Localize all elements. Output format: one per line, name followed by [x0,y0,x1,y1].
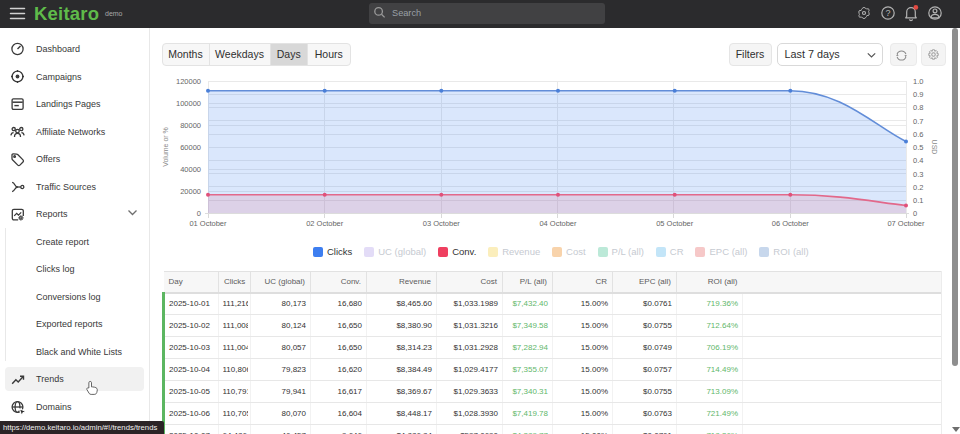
svg-text:01 October: 01 October [189,219,227,228]
svg-text:0.7: 0.7 [913,117,923,126]
svg-text:05 October: 05 October [656,219,694,228]
svg-text:0.8: 0.8 [913,103,923,112]
svg-text:04 October: 04 October [539,219,577,228]
svg-text:20000: 20000 [180,187,201,196]
svg-text:1.0: 1.0 [913,77,923,86]
svg-text:USD: USD [931,140,938,155]
svg-text:0: 0 [197,209,201,218]
svg-text:0.2: 0.2 [913,183,923,192]
svg-text:0.5: 0.5 [913,143,923,152]
svg-text:60000: 60000 [180,143,201,152]
svg-text:0.4: 0.4 [913,156,923,165]
svg-text:40000: 40000 [180,165,201,174]
svg-text:06 October: 06 October [772,219,810,228]
svg-text:07 October: 07 October [887,219,925,228]
svg-text:120000: 120000 [176,77,201,86]
svg-text:0.1: 0.1 [913,196,923,205]
svg-text:?: ? [885,8,890,18]
svg-text:02 October: 02 October [306,219,344,228]
svg-text:0.6: 0.6 [913,130,923,139]
svg-text:100000: 100000 [176,99,201,108]
svg-text:0.3: 0.3 [913,170,923,179]
svg-text:0: 0 [913,209,917,218]
svg-text:80000: 80000 [180,121,201,130]
svg-text:Volume or %: Volume or % [162,127,169,167]
svg-text:0.9: 0.9 [913,90,923,99]
svg-text:03 October: 03 October [423,219,461,228]
